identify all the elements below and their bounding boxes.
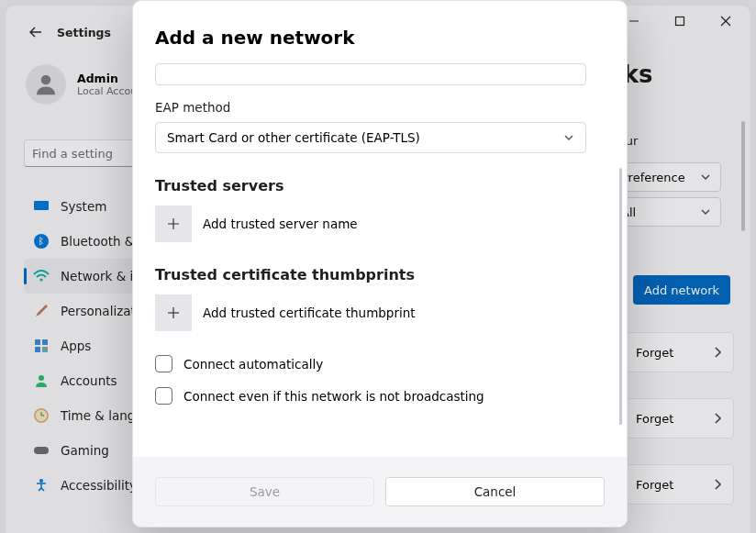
- add-trusted-server-label: Add trusted server name: [203, 217, 358, 231]
- chevron-down-icon: [563, 132, 574, 143]
- eap-method-dropdown[interactable]: Smart Card or other certificate (EAP-TLS…: [155, 122, 586, 153]
- save-button[interactable]: Save: [155, 477, 374, 506]
- eap-method-value: Smart Card or other certificate (EAP-TLS…: [167, 130, 420, 145]
- cancel-button[interactable]: Cancel: [385, 477, 605, 506]
- dialog-title: Add a new network: [133, 1, 627, 58]
- trusted-servers-heading: Trusted servers: [155, 177, 605, 194]
- connect-hidden-checkbox[interactable]: [155, 387, 172, 405]
- thumbprints-heading: Trusted certificate thumbprints: [155, 266, 605, 283]
- add-thumbprint-label: Add trusted certificate thumbprint: [203, 305, 416, 320]
- add-thumbprint-button[interactable]: [155, 294, 192, 331]
- plus-icon: [166, 305, 181, 320]
- connect-automatically-label: Connect automatically: [183, 357, 323, 372]
- cancel-button-label: Cancel: [474, 484, 517, 499]
- previous-field-partial[interactable]: [155, 63, 586, 85]
- save-button-label: Save: [250, 484, 280, 499]
- plus-icon: [166, 217, 181, 231]
- eap-method-label: EAP method: [155, 100, 605, 115]
- add-network-dialog: Add a new network EAP method Smart Card …: [132, 0, 628, 527]
- dialog-scrollbar[interactable]: [619, 168, 622, 425]
- add-trusted-server-button[interactable]: [155, 205, 192, 242]
- connect-automatically-checkbox[interactable]: [155, 355, 172, 372]
- connect-hidden-label: Connect even if this network is not broa…: [183, 389, 484, 404]
